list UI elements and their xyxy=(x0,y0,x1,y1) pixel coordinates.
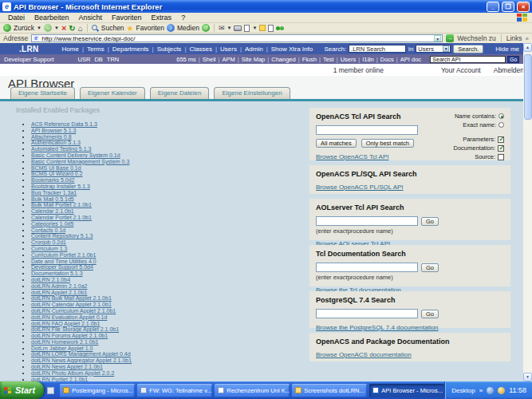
package-link[interactable]: Attachments 0.8 xyxy=(31,134,72,140)
taskbar-window-button[interactable]: Posteingang - Micros... xyxy=(60,384,135,397)
back-dropdown-icon[interactable]: ▼ xyxy=(37,26,41,30)
search-icon[interactable] xyxy=(92,25,99,32)
nav-link[interactable]: Subjects xyxy=(149,45,182,53)
address-url[interactable]: http://www.theservice.de/api-doc/ xyxy=(41,35,135,42)
package-link[interactable]: dotLRN Evaluation Applet 0.1d xyxy=(31,314,107,320)
messenger-icon[interactable] xyxy=(276,25,285,32)
browse-postgres-link[interactable]: Browse the PostgreSQL 7.4 documentation xyxy=(316,324,439,331)
tcldoc-search-input[interactable] xyxy=(316,263,418,272)
documentation-checkbox[interactable] xyxy=(498,145,504,152)
package-link[interactable]: BCMS UI Base 0.1d xyxy=(31,165,81,171)
tray-icon[interactable] xyxy=(487,387,494,394)
devbar-link[interactable]: Site Map xyxy=(235,56,266,63)
package-link[interactable]: Bookmarks 5.0d2 xyxy=(31,177,74,183)
exact-name-option[interactable]: Exact name: xyxy=(463,121,504,128)
refresh-icon[interactable]: ↻ xyxy=(69,24,75,33)
go-icon[interactable]: → xyxy=(446,34,454,42)
devbar-link[interactable]: Test xyxy=(317,56,334,63)
all-matches-button[interactable]: All matches xyxy=(316,139,357,148)
api-search-go-button[interactable]: Go xyxy=(507,56,519,63)
tcldoc-go-button[interactable]: Go xyxy=(421,263,439,272)
maximize-button[interactable]: ❐ xyxy=(502,2,514,12)
devbar-link[interactable]: Users xyxy=(334,56,357,63)
menu-item[interactable]: Extras xyxy=(147,14,177,22)
only-best-match-button[interactable]: Only best match xyxy=(361,139,414,148)
package-link[interactable]: Calendar Portlet 2.1.0b1 xyxy=(31,215,92,220)
source-option[interactable]: Source: xyxy=(475,153,504,160)
mail-dropdown-icon[interactable]: ▼ xyxy=(227,26,231,30)
hide-me-link[interactable]: Hide me xyxy=(495,45,519,53)
package-link[interactable]: Bug Tracker 1.3a1 xyxy=(31,190,77,196)
address-dropdown-icon[interactable]: ▼ xyxy=(434,35,441,41)
start-button[interactable]: Start xyxy=(0,381,44,399)
devbar-link[interactable]: I18n xyxy=(356,56,374,63)
devbar-link[interactable]: Flush xyxy=(296,56,317,63)
lrn-search-button[interactable]: Search. xyxy=(453,45,483,53)
quick-launch-icon[interactable] xyxy=(47,387,54,394)
favorites-label[interactable]: Favoriten xyxy=(136,24,164,32)
devbar-link[interactable]: Changed xyxy=(265,56,295,63)
devbar-link[interactable]: APM xyxy=(215,56,234,63)
taskbar-window-button[interactable]: Rechenzentrum Uni K... xyxy=(215,384,290,397)
postgres-search-input[interactable] xyxy=(316,309,418,318)
package-link[interactable]: DotLrn Jabber Applet 1.0 xyxy=(31,346,93,351)
package-link[interactable]: Documentation 5.1.3 xyxy=(31,271,83,276)
tcl-api-search-input[interactable] xyxy=(316,125,418,135)
minimize-button[interactable]: _ xyxy=(487,2,499,12)
nav-link[interactable]: Terms xyxy=(79,45,104,53)
package-link[interactable]: Contacts 0.1d xyxy=(31,227,65,233)
taskbar-window-button[interactable]: FW: WG: Teilnahme v... xyxy=(137,384,212,397)
menu-item[interactable]: Bearbeiten xyxy=(30,14,74,22)
toolbar-chevron-icon[interactable]: » xyxy=(479,387,483,394)
print-icon[interactable] xyxy=(234,26,242,31)
aolserver-search-input[interactable] xyxy=(316,216,418,226)
package-link[interactable]: Bulk Mail Portlet 2.1.0b1 xyxy=(31,202,92,207)
package-link[interactable]: Cronjob 0.2d1 xyxy=(31,239,66,245)
parameters-checkbox[interactable] xyxy=(498,136,504,143)
package-link[interactable]: dotLRN 2.1.0b4 xyxy=(31,277,70,282)
package-link[interactable]: API Browser 5.1.3 xyxy=(31,128,76,133)
taskbar-window-button[interactable]: Screenshots dotLRN... xyxy=(292,384,367,397)
package-link[interactable]: Bulk Mail 0.5.1d5 xyxy=(31,196,74,202)
package-link[interactable]: dotLRN Curriculum Applet 2.1.0b1 xyxy=(31,308,116,314)
close-button[interactable]: × xyxy=(517,2,530,12)
go-label[interactable]: Wechseln zu xyxy=(457,34,496,42)
package-link[interactable]: BCMS UI Wizard 0.2 xyxy=(31,171,83,176)
logout-link[interactable]: Abmelden xyxy=(494,66,524,74)
devbar-link[interactable]: 655 ms xyxy=(176,56,196,63)
package-link[interactable]: Curriculum Portlet 2.1.0b1 xyxy=(31,252,96,258)
package-link[interactable]: Developer Support 5.0d4 xyxy=(31,264,93,270)
edit-dropdown-icon[interactable]: ▼ xyxy=(252,26,257,30)
parameters-option[interactable]: Parameters: xyxy=(463,136,504,143)
name-contains-option[interactable]: Name contains: xyxy=(455,113,504,120)
stop-icon[interactable]: × xyxy=(61,24,66,32)
browse-tcl-api-link[interactable]: Browse OpenACS Tcl API xyxy=(316,153,388,160)
devbar-flag-link[interactable]: USR xyxy=(78,56,91,63)
package-link[interactable]: Calendar 2.1.0b1 xyxy=(31,208,74,214)
address-input[interactable]: e http://www.theservice.de/api-doc/ ▼ xyxy=(31,34,443,42)
devbar-link[interactable]: API doc xyxy=(394,56,421,63)
scroll-down-icon[interactable]: ▼ xyxy=(523,373,532,381)
nav-link[interactable]: Classes xyxy=(181,45,212,53)
source-checkbox[interactable] xyxy=(498,154,504,160)
favorites-icon[interactable]: ★ xyxy=(127,24,134,33)
package-link[interactable]: Content Repository 5.1.3 xyxy=(31,233,93,239)
mail-icon[interactable]: ✉ xyxy=(219,24,225,32)
package-link[interactable]: dotLRN News Aggregator Applet 2.1.0b1 xyxy=(31,358,132,363)
back-label[interactable]: Zurück xyxy=(14,24,34,32)
browse-openacs-docs-link[interactable]: Browse OpenACS documentation xyxy=(316,351,412,358)
lrn-search-input[interactable] xyxy=(349,45,406,53)
taskbar-window-button[interactable]: API Browser - Micros... xyxy=(369,384,444,397)
lrn-search-scope-select[interactable]: Users ▼ xyxy=(416,45,451,53)
desktop-toolbar-label[interactable]: Desktop xyxy=(451,387,475,394)
package-link[interactable]: dotLRN Homework 2.1.0b1 xyxy=(31,339,98,345)
package-link[interactable]: dotLRN Calendar Applet 2.1.0b1 xyxy=(31,302,112,307)
devbar-link[interactable]: Shell xyxy=(196,56,216,63)
menu-item[interactable]: Ansicht xyxy=(74,14,108,22)
nav-link[interactable]: Admin xyxy=(237,45,263,53)
package-link[interactable]: dotLRN News Applet 2.1.0b1 xyxy=(31,364,103,369)
quick-launch[interactable] xyxy=(44,381,57,399)
links-chevron-icon[interactable]: » xyxy=(526,35,529,42)
browse-plsql-api-link[interactable]: Browse OpenACS PL/SQL API xyxy=(316,184,404,191)
portal-tab[interactable]: Eigener Kalender xyxy=(80,87,145,99)
